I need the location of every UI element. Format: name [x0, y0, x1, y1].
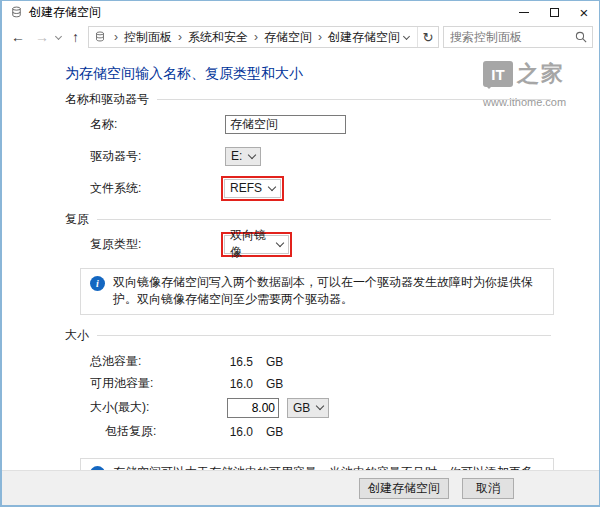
footer-bar: 创建存储空间 取消	[2, 470, 599, 505]
search-input[interactable]	[450, 30, 575, 44]
window-title: 创建存储空间	[29, 4, 509, 21]
includes-resiliency-unit: GB	[266, 425, 283, 439]
filesystem-row: 文件系统: REFS	[90, 173, 551, 203]
drive-letter-row: 驱动器号: E:	[90, 141, 551, 171]
chevron-down-icon	[276, 238, 284, 246]
resiliency-info-text: 双向镜像存储空间写入两个数据副本，可以在一个驱动器发生故障时为你提供保护。双向镜…	[113, 274, 544, 309]
maximize-icon	[550, 8, 559, 17]
maximize-button[interactable]	[539, 1, 569, 23]
close-button[interactable]: ×	[569, 1, 599, 23]
size-unit-select[interactable]: GB	[287, 398, 329, 418]
available-pool-capacity-unit: GB	[266, 377, 283, 391]
page-content: 为存储空间输入名称、复原类型和大小 名称和驱动器号 名称: 驱动器号: E: 文…	[2, 51, 599, 470]
max-size-input[interactable]	[227, 398, 279, 418]
section-title: 名称和驱动器号	[65, 91, 149, 108]
red-annotation-box: REFS	[221, 176, 284, 201]
create-storage-space-button[interactable]: 创建存储空间	[359, 478, 449, 499]
section-divider	[97, 335, 551, 336]
navigation-bar: ← → ↑ › 控制面板 › 系统和安全 › 存储空间 › 创建存储空间	[2, 23, 599, 51]
available-pool-capacity-row: 可用池容量: 16.0 GB	[90, 373, 551, 395]
close-icon: ×	[580, 5, 589, 20]
total-pool-capacity-label: 总池容量:	[90, 353, 225, 370]
drive-letter-select[interactable]: E:	[225, 147, 261, 166]
resiliency-type-row: 复原类型: 双向镜像	[90, 229, 551, 259]
available-pool-capacity-value: 16.0	[225, 377, 253, 391]
breadcrumb-separator: ›	[248, 30, 264, 44]
breadcrumb: › 控制面板 › 系统和安全 › 存储空间 › 创建存储空间	[108, 29, 404, 46]
resiliency-type-select[interactable]: 双向镜像	[224, 235, 289, 254]
breadcrumb-item-system-security[interactable]: 系统和安全	[188, 29, 248, 46]
red-annotation-box: 双向镜像	[221, 232, 292, 257]
name-input[interactable]	[225, 115, 346, 134]
drive-letter-label: 驱动器号:	[90, 148, 225, 165]
create-storage-space-window: 创建存储空间 × ← → ↑ › 控制面板 › 系统和安全	[0, 0, 600, 507]
breadcrumb-separator: ›	[108, 30, 124, 44]
minimize-button[interactable]	[509, 1, 539, 23]
recent-pages-chevron-icon[interactable]	[55, 32, 62, 39]
section-divider	[97, 219, 551, 220]
section-resiliency: 复原	[65, 212, 551, 227]
includes-resiliency-label: 包括复原:	[105, 423, 225, 440]
window-titlebar: 创建存储空间 ×	[2, 1, 599, 23]
back-button[interactable]: ←	[6, 30, 30, 44]
chevron-down-icon	[268, 182, 276, 190]
section-size: 大小	[65, 328, 551, 343]
max-size-row: 大小(最大): GB	[90, 395, 551, 421]
chevron-down-icon	[248, 150, 256, 158]
name-row: 名称:	[90, 109, 551, 139]
filesystem-select[interactable]: REFS	[224, 179, 281, 198]
storage-spaces-icon	[10, 6, 23, 19]
size-info-box: i 存储空间可以大于存储池中的可用容量。当池中的容量不足时，你可以添加更多驱动器…	[80, 458, 554, 470]
resiliency-info-box: i 双向镜像存储空间写入两个数据副本，可以在一个驱动器发生故障时为你提供保护。双…	[80, 268, 554, 315]
resiliency-type-label: 复原类型:	[90, 236, 225, 253]
section-name-drive: 名称和驱动器号	[65, 92, 551, 107]
refresh-button[interactable]: ↻	[418, 30, 438, 45]
filesystem-label: 文件系统:	[90, 180, 225, 197]
chevron-down-icon	[316, 402, 324, 410]
breadcrumb-item-storage-spaces[interactable]: 存储空间	[264, 29, 312, 46]
storage-spaces-icon	[94, 31, 106, 43]
available-pool-capacity-label: 可用池容量:	[90, 375, 225, 392]
total-pool-capacity-value: 16.5	[225, 355, 253, 369]
breadcrumb-separator: ›	[172, 30, 188, 44]
address-dropdown-chevron-icon[interactable]	[403, 32, 410, 39]
breadcrumb-item-create-storage-space[interactable]: 创建存储空间	[328, 29, 400, 46]
page-title: 为存储空间输入名称、复原类型和大小	[65, 65, 551, 83]
name-label: 名称:	[90, 116, 225, 133]
total-pool-capacity-unit: GB	[266, 355, 283, 369]
cancel-button[interactable]: 取消	[462, 478, 514, 499]
includes-resiliency-value: 16.0	[225, 425, 253, 439]
address-bar[interactable]: › 控制面板 › 系统和安全 › 存储空间 › 创建存储空间 ↻	[88, 26, 439, 48]
total-pool-capacity-row: 总池容量: 16.5 GB	[90, 351, 551, 373]
minimize-icon	[519, 12, 529, 13]
includes-resiliency-row: 包括复原: 16.0 GB	[90, 421, 551, 443]
info-icon: i	[90, 276, 105, 291]
forward-button[interactable]: →	[30, 30, 54, 44]
breadcrumb-separator: ›	[312, 30, 328, 44]
section-title: 复原	[65, 211, 89, 228]
breadcrumb-item-control-panel[interactable]: 控制面板	[124, 29, 172, 46]
search-icon[interactable]	[575, 31, 587, 43]
section-title: 大小	[65, 327, 89, 344]
up-button[interactable]: ↑	[67, 30, 84, 44]
max-size-label: 大小(最大):	[90, 399, 225, 416]
section-divider	[157, 99, 551, 100]
search-box[interactable]	[443, 26, 593, 48]
